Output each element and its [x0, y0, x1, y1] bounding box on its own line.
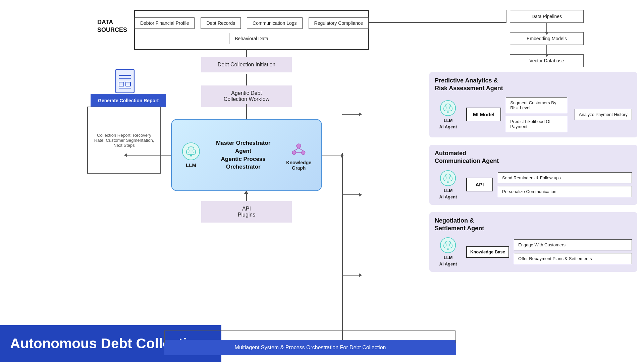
negotiation-agent-block: Negotiation & Settlement Agent LLM AI Ag…: [429, 212, 637, 272]
predictive-agent-title: Predictive Analytics & Risk Assessment A…: [435, 77, 632, 93]
data-sources-box: Debtor Financial Profile Debt Records Co…: [134, 10, 369, 50]
svg-point-24: [447, 248, 449, 250]
generate-report-button[interactable]: Generate Collection Report: [91, 94, 166, 107]
v-line-top-right: [506, 10, 506, 23]
multiagent-bar: Multiagent System & Process Orchestratio…: [164, 340, 456, 355]
svg-point-4: [297, 143, 301, 148]
arrowhead-orch-api-up: [244, 191, 248, 194]
chip-communication-logs: Communication Logs: [247, 17, 303, 29]
svg-point-18: [447, 111, 449, 113]
arrowhead-to-communication: [359, 193, 362, 197]
svg-rect-10: [116, 69, 134, 93]
negotiation-action-1: Engage With Customers: [514, 239, 632, 250]
negotiation-brain-icon: [440, 237, 457, 254]
arrowhead-to-report: [124, 153, 127, 157]
predictive-agent-block: Predictive Analytics & Risk Assessment A…: [429, 72, 637, 137]
pipeline-data-pipelines: Data Pipelines: [510, 10, 584, 23]
spine-to-negotiation-h: [342, 275, 361, 276]
predictive-action-2: Predict Likelihood Of Payment: [506, 116, 567, 132]
svg-point-5: [292, 151, 296, 155]
arrowhead-to-predictive: [359, 112, 362, 116]
knowledge-graph-icon: [289, 140, 308, 158]
orch-to-report-line: [124, 155, 171, 156]
svg-point-6: [302, 151, 305, 155]
api-plugins-box: API Plugins: [201, 201, 292, 223]
spine-to-communication-h: [342, 194, 361, 195]
llm-brain-icon: [182, 142, 200, 161]
negotiation-model-box: Knowledge Base: [466, 246, 509, 258]
orch-to-spine-line: [322, 156, 343, 156]
communication-brain-icon: [440, 170, 457, 187]
predictive-llm-unit: LLM AI Agent: [435, 100, 462, 129]
communication-actions: Send Reminders & Follow ups Personalize …: [498, 172, 632, 197]
bottom-h-line: [164, 330, 455, 331]
knowledge-graph-unit: Knowledge Graph: [286, 140, 311, 171]
h-line-top: [369, 22, 506, 23]
spine-to-predictive-h: [342, 114, 361, 115]
communication-agent-title: Automated Communication Agent: [435, 149, 632, 165]
predictive-action-1: Segment Customers By Risk Level: [506, 97, 567, 113]
negotiation-agent-title: Negotiation & Settlement Agent: [435, 217, 632, 233]
chip-debt-records: Debt Records: [201, 17, 241, 29]
arrow-aw-to-orch: [246, 104, 247, 120]
predictive-actions: Segment Customers By Risk Level Predict …: [506, 97, 567, 132]
svg-line-8: [299, 148, 304, 150]
arrow-di-to-aw: [246, 74, 247, 86]
data-sources-label: DATA SOURCES: [97, 18, 127, 34]
negotiation-actions: Engage With Customers Offer Repayment Pl…: [514, 239, 632, 264]
bottom-left-vline: [164, 331, 165, 343]
pipeline-section: Data Pipelines Embedding Models Vector D…: [510, 10, 584, 67]
communication-model-box: API: [466, 178, 493, 191]
communication-agent-block: Automated Communication Agent LLM AI Age…: [429, 145, 637, 205]
arrowhead-to-spine: [341, 154, 344, 158]
orchestrator-box: LLM Master Orchestrator Agent Agentic Pr…: [171, 119, 322, 191]
chip-debtor-financial: Debtor Financial Profile: [135, 17, 195, 29]
svg-point-2: [190, 155, 192, 157]
chip-regulatory: Regulatory Compliance: [309, 17, 369, 29]
communication-action-1: Send Reminders & Follow ups: [498, 172, 632, 183]
agents-section: Predictive Analytics & Risk Assessment A…: [429, 72, 637, 279]
predictive-model-box: MI Model: [466, 108, 501, 121]
predictive-brain-icon: [440, 100, 457, 117]
communication-llm-unit: LLM AI Agent: [435, 170, 462, 199]
svg-line-7: [294, 148, 299, 150]
svg-point-21: [447, 181, 449, 183]
debt-initiation-box: Debt Collection Initiation: [201, 57, 292, 72]
bottom-right-vline: [455, 331, 456, 343]
analyze-payment-box: Analyze Payment History: [575, 109, 632, 120]
orchestrator-title-block: Master Orchestrator Agent Agentic Proces…: [210, 139, 276, 171]
orchestrator-llm-unit: LLM: [182, 142, 200, 168]
communication-action-2: Personalize Communication: [498, 186, 632, 197]
collection-report-box: Collection Report: Recovery Rate, Custom…: [87, 107, 161, 174]
negotiation-llm-unit: LLM AI Agent: [435, 237, 462, 266]
arrow-ds-to-di: [246, 50, 247, 58]
chip-behavioral: Behavioral Data: [229, 33, 274, 44]
arrowhead-to-negotiation: [359, 273, 362, 277]
negotiation-action-2: Offer Repayment Plans & Settlements: [514, 253, 632, 264]
right-spine-line: [342, 153, 343, 341]
document-icon: [114, 69, 136, 95]
